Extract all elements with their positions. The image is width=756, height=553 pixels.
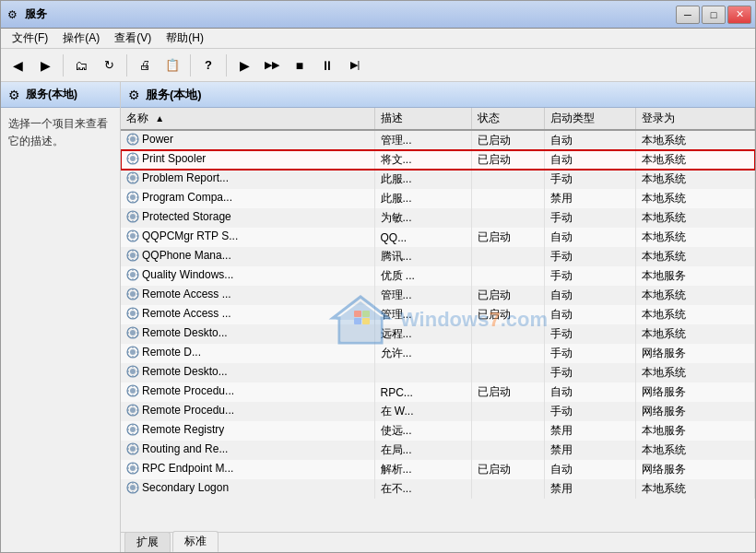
service-icon	[126, 171, 139, 184]
col-header-name[interactable]: 名称 ▲	[121, 108, 374, 130]
svg-point-24	[130, 291, 136, 297]
service-startup-cell: 禁用	[544, 189, 635, 208]
service-startup-cell: 自动	[544, 382, 635, 402]
maximize-button[interactable]: □	[702, 6, 726, 24]
svg-point-14	[130, 194, 136, 200]
col-header-desc[interactable]: 描述	[374, 108, 471, 130]
service-status-cell: 已启动	[471, 305, 544, 324]
service-status-cell	[471, 189, 544, 208]
svg-point-32	[130, 369, 136, 374]
table-row[interactable]: RPC Endpoint M...解析...已启动自动网络服务	[121, 460, 755, 479]
service-logon-cell: 网络服务	[635, 460, 754, 479]
service-icon	[126, 346, 139, 359]
minimize-button[interactable]: ─	[676, 6, 700, 24]
services-table: 名称 ▲ 描述 状态 启动类型 登录为 Power管理...已启动自动本地系统P…	[121, 108, 755, 499]
forward-button[interactable]: ▶	[32, 53, 58, 78]
menu-view[interactable]: 查看(V)	[107, 29, 159, 48]
help-button[interactable]: ?	[195, 53, 221, 78]
play2-button[interactable]: ▶▶	[259, 53, 285, 78]
service-status-cell	[471, 344, 544, 363]
menu-file[interactable]: 文件(F)	[5, 29, 55, 48]
table-row[interactable]: Program Compa...此服...禁用本地系统	[121, 189, 755, 208]
col-header-startup[interactable]: 启动类型	[544, 108, 635, 130]
table-row[interactable]: Remote Registry使远...禁用本地服务	[121, 421, 755, 441]
svg-point-20	[130, 253, 136, 258]
table-row[interactable]: Protected Storage为敏...手动本地系统	[121, 208, 755, 228]
service-name-cell: Protected Storage	[121, 208, 374, 228]
table-row[interactable]: Remote Deskto...远程...手动本地系统	[121, 324, 755, 344]
service-startup-cell: 手动	[544, 208, 635, 228]
table-row[interactable]: Secondary Logon在不...禁用本地系统	[121, 479, 755, 499]
table-row[interactable]: QQPhone Mana...腾讯...手动本地系统	[121, 247, 755, 266]
service-name-cell: Secondary Logon	[121, 479, 374, 499]
table-row[interactable]: Remote Access ...管理...已启动自动本地系统	[121, 305, 755, 324]
service-logon-cell: 本地系统	[635, 324, 754, 344]
service-startup-cell: 禁用	[544, 421, 635, 441]
table-row[interactable]: Power管理...已启动自动本地系统	[121, 130, 755, 150]
service-icon	[126, 191, 139, 204]
table-row[interactable]: Problem Report...此服...手动本地系统	[121, 170, 755, 189]
tab-standard[interactable]: 标准	[172, 531, 219, 552]
main-window: ⚙ 服务 ─ □ ✕ 文件(F) 操作(A) 查看(V) 帮助(H) ◀ ▶ 🗂…	[0, 0, 756, 553]
service-status-cell	[471, 247, 544, 266]
menu-action[interactable]: 操作(A)	[55, 29, 107, 48]
services-table-container[interactable]: Windows7.com 名称 ▲ 描述 状态 启动类型 登录为	[121, 108, 755, 532]
play-button[interactable]: ▶	[231, 53, 257, 78]
service-logon-cell: 本地服务	[635, 266, 754, 286]
svg-point-8	[130, 136, 136, 142]
table-row[interactable]: Remote Procedu...在 W...手动网络服务	[121, 402, 755, 421]
col-header-status[interactable]: 状态	[471, 108, 544, 130]
service-name-cell: RPC Endpoint M...	[121, 460, 374, 479]
service-icon	[126, 210, 139, 223]
service-desc-cell: 此服...	[374, 189, 471, 208]
table-row[interactable]: Routing and Re...在局...禁用本地系统	[121, 441, 755, 460]
service-icon	[126, 307, 139, 320]
service-status-cell: 已启动	[471, 460, 544, 479]
service-desc-cell: 腾讯...	[374, 247, 471, 266]
table-row[interactable]: Print Spooler将文...已启动自动本地系统	[121, 150, 755, 170]
up-button[interactable]: 🗂	[68, 53, 94, 78]
service-startup-cell: 手动	[544, 266, 635, 286]
service-name-cell: Remote Procedu...	[121, 402, 374, 421]
service-desc-cell	[374, 363, 471, 382]
service-name-cell: Remote Procedu...	[121, 382, 374, 402]
sort-arrow: ▲	[155, 113, 164, 124]
left-panel: ⚙ 服务(本地) 选择一个项目来查看它的描述。	[1, 82, 121, 552]
export-button[interactable]: 📋	[159, 53, 185, 78]
back-button[interactable]: ◀	[5, 53, 30, 78]
service-startup-cell: 禁用	[544, 441, 635, 460]
svg-point-18	[130, 233, 136, 239]
table-row[interactable]: Remote Access ...管理...已启动自动本地系统	[121, 286, 755, 305]
table-row[interactable]: QQPCMgr RTP S...QQ...已启动自动本地系统	[121, 228, 755, 247]
service-startup-cell: 手动	[544, 344, 635, 363]
table-row[interactable]: Remote Deskto...手动本地系统	[121, 363, 755, 382]
table-row[interactable]: Remote D...允许...手动网络服务	[121, 344, 755, 363]
skip-button[interactable]: ▶|	[342, 53, 368, 78]
service-logon-cell: 网络服务	[635, 344, 754, 363]
table-row[interactable]: Quality Windows...优质 ...手动本地服务	[121, 266, 755, 286]
service-name-cell: Remote Deskto...	[121, 363, 374, 382]
close-button[interactable]: ✕	[727, 6, 751, 24]
service-status-cell: 已启动	[471, 130, 544, 150]
print-button[interactable]: 🖨	[132, 53, 158, 78]
service-startup-cell: 自动	[544, 286, 635, 305]
stop-button[interactable]: ■	[287, 53, 313, 78]
service-logon-cell: 本地系统	[635, 286, 754, 305]
col-header-logon[interactable]: 登录为	[635, 108, 754, 130]
service-startup-cell: 手动	[544, 247, 635, 266]
tab-extended[interactable]: 扩展	[124, 532, 171, 552]
service-name-cell: Problem Report...	[121, 170, 374, 189]
service-name-cell: QQPhone Mana...	[121, 247, 374, 266]
separator-4	[226, 54, 227, 76]
window-controls: ─ □ ✕	[676, 6, 751, 24]
service-icon	[126, 384, 139, 397]
table-row[interactable]: Remote Procedu...RPC...已启动自动网络服务	[121, 382, 755, 402]
breadcrumb-icon: ⚙	[128, 88, 140, 102]
service-status-cell	[471, 441, 544, 460]
service-name-cell: Remote Access ...	[121, 305, 374, 324]
refresh-button[interactable]: ↻	[96, 53, 122, 78]
service-icon	[126, 481, 139, 494]
pause-button[interactable]: ⏸	[314, 53, 340, 78]
menu-help[interactable]: 帮助(H)	[159, 29, 211, 48]
service-startup-cell: 手动	[544, 324, 635, 344]
